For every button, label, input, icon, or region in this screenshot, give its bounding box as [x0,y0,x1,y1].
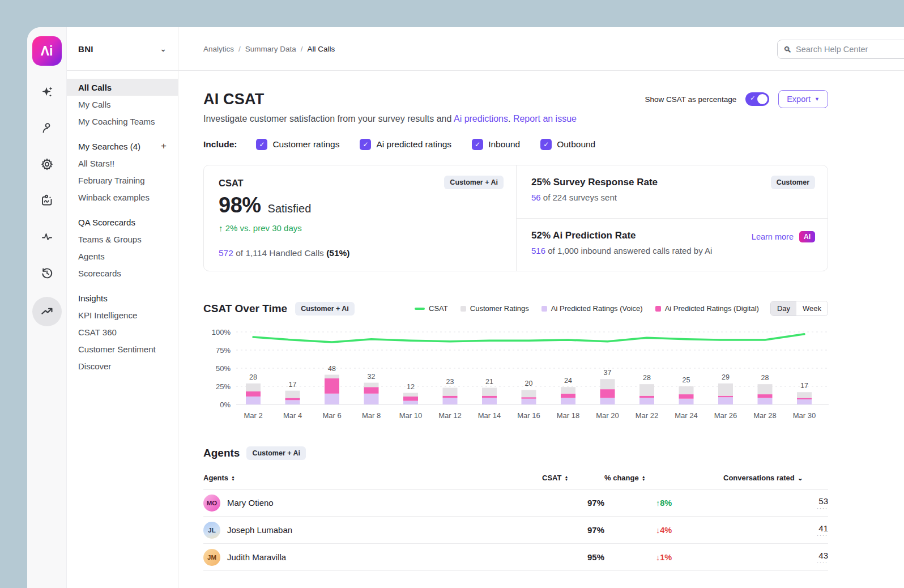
customer-ai-badge: Customer + Ai [444,176,504,189]
checkbox-customer-ratings[interactable]: ✓Customer ratings [256,139,339,150]
csat-chart: 0%25%50%75%100%28Mar 217Mar 448Mar 632Ma… [203,326,829,421]
sidebar-item-label: Insights [78,293,108,303]
app-logo[interactable]: Λi [32,36,62,66]
checkbox-check-icon: ✓ [360,139,371,150]
search-input[interactable] [796,45,902,54]
checkbox-check-icon: ✓ [256,139,267,150]
bar-segment [797,392,812,398]
agent-conversations: 43···· [723,551,828,564]
sidebar-item-label: Agents [78,252,105,261]
rated-calls-link[interactable]: 516 [531,246,545,255]
checkbox-outbound[interactable]: ✓Outbound [540,139,595,150]
interval-day-button[interactable]: Day [771,301,796,316]
bar-value-label: 20 [525,380,533,387]
csat-change: ↑ 2% vs. prev 30 days [219,223,501,233]
sidebar-item-teams-groups[interactable]: Teams & Groups [67,231,178,248]
breadcrumb-separator: / [238,45,241,53]
person-icon[interactable] [35,116,59,140]
interval-week-button[interactable]: Week [796,301,828,316]
bar-segment [325,394,339,404]
handled-calls-link[interactable]: 572 [219,248,233,258]
sort-header[interactable]: Conversations rated⌄ [723,474,828,482]
agent-name: Judith Maravilla [227,552,286,562]
sidebar-item-csat-360[interactable]: CSAT 360 [67,323,178,340]
bar-segment [482,398,497,404]
bar-segment [482,388,497,396]
legend-item-ai-predicted-ratings-voice-: Ai Predicted Ratings (Voice) [541,304,643,313]
table-row[interactable]: JLJoseph Lumaban97%↓4%41···· [203,517,828,544]
sidebar-item-kpi-intelligence[interactable]: KPI Intelligence [67,306,178,323]
sidebar-item-label: All Calls [78,83,112,92]
top-bar: Analytics / Summary Data / All Calls 🔍︎ [178,27,904,71]
report-issue-link[interactable]: Report an issue [513,114,577,123]
sidebar-item-all-calls[interactable]: All Calls [67,79,178,96]
bar-segment [758,394,773,398]
ai-predictions-link[interactable]: Ai predictions [454,114,508,123]
table-row[interactable]: MOMary Otieno97%↑8%53···· [203,489,828,517]
help-search-box: 🔍︎ [777,40,904,59]
gear-icon[interactable] [35,152,59,177]
checkbox-ai-predicted-ratings[interactable]: ✓Ai predicted ratings [360,139,451,150]
bar-segment [639,398,654,404]
agents-badge: Customer + Ai [246,446,306,460]
table-row[interactable]: JMJudith Maravilla95%↓1%43···· [203,544,828,571]
sidebar-item-insights[interactable]: Insights [67,289,178,306]
sidebar-item-qa-scorecards[interactable]: QA Scorecards [67,214,178,231]
x-axis-tick: Mar 6 [322,411,341,420]
breadcrumb: Analytics / Summary Data / All Calls [203,45,335,53]
bar-segment [718,397,733,404]
checkbox-label: Outbound [557,139,595,150]
left-nav: BNI ⌄ All CallsMy CallsMy Coaching Teams… [67,27,178,588]
sort-header[interactable]: CSAT▲▼ [542,474,604,482]
csat-percentage-toggle[interactable]: ✓ [745,92,769,106]
sort-icon: ▲▼ [642,475,646,481]
sidebar-item-scorecards[interactable]: Scorecards [67,265,178,282]
csat-suffix: Satisfied [268,202,312,215]
ai-prediction-sub: 516 of 1,000 inbound answered calls rate… [531,246,813,255]
sidebar-item-my-coaching-teams[interactable]: My Coaching Teams [67,113,178,130]
x-axis-tick: Mar 14 [478,411,501,420]
learn-more-link[interactable]: Learn more [752,232,794,241]
sort-header[interactable]: % change▲▼ [604,474,723,482]
surveys-text: of 224 surveys sent [541,193,617,202]
breadcrumb-analytics[interactable]: Analytics [203,45,234,53]
page-content: AI CSAT Show CSAT as percentage ✓ Export… [178,71,904,571]
bar-segment [600,398,615,404]
bar-value-label: 17 [800,382,808,390]
history-icon[interactable] [35,261,59,286]
surveys-link[interactable]: 56 [531,193,541,202]
conversations-count: 41 [723,523,828,533]
coaching-icon[interactable] [35,188,59,213]
bar-value-label: 37 [604,369,612,377]
sidebar-item-my-calls[interactable]: My Calls [67,96,178,113]
sidebar-item-customer-sentiment[interactable]: Customer Sentiment [67,340,178,357]
trending-up-icon[interactable] [32,297,62,326]
search-icon: 🔍︎ [783,45,792,54]
agents-title: Agents [203,447,240,459]
workspace-switcher[interactable]: BNI ⌄ [67,27,178,71]
chart-title: CSAT Over Time [203,302,287,315]
checkbox-label: Ai predicted ratings [376,139,451,150]
sidebar-item-february-training[interactable]: February Training [67,172,178,189]
sidebar-item-winback-examples[interactable]: Winback examples [67,189,178,206]
column-csat: CSAT▲▼ [542,474,604,482]
checkbox-label: Customer ratings [272,139,339,150]
add-search-icon[interactable]: + [161,140,167,152]
column-conversations-rated: Conversations rated⌄ [723,474,828,482]
sidebar-item-agents[interactable]: Agents [67,248,178,265]
sidebar-item-discover[interactable]: Discover [67,357,178,374]
export-button[interactable]: Export ▼ [778,90,828,108]
bar-segment [443,388,458,396]
sidebar-item-all-stars[interactable]: All Stars!! [67,155,178,172]
sidebar-item-label: Discover [78,361,111,371]
breadcrumb-summary-data[interactable]: Summary Data [245,45,296,53]
sort-header[interactable]: Agents▲▼ [203,474,542,482]
ai-prediction-card: Learn more AI 52% Ai Prediction Rate 516… [517,218,828,271]
sidebar-item-my-searches-4[interactable]: My Searches (4)+ [67,138,178,155]
legend-swatch [460,306,466,312]
checkbox-inbound[interactable]: ✓Inbound [472,139,520,150]
sort-icon: ▲▼ [231,475,235,481]
activity-icon[interactable] [35,224,59,249]
sidebar-item-label: Teams & Groups [78,235,142,244]
sparkles-icon[interactable] [35,79,59,104]
